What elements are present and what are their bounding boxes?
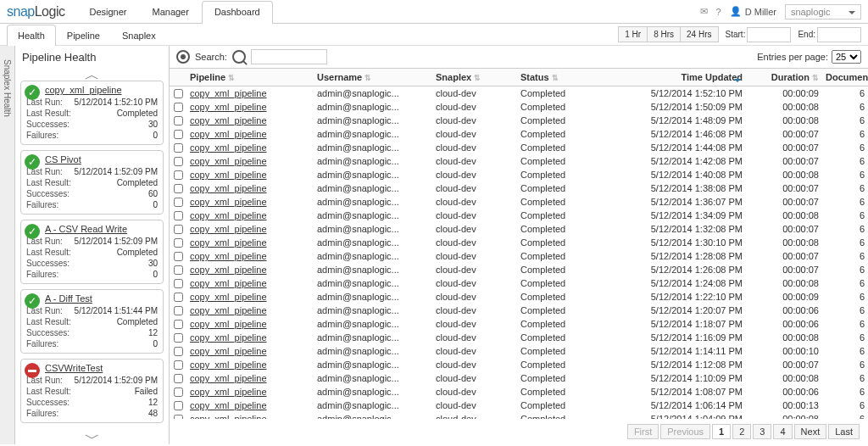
- pager-3[interactable]: 3: [753, 424, 771, 439]
- subtab-pipeline[interactable]: Pipeline: [56, 25, 111, 46]
- row-checkbox[interactable]: [174, 347, 183, 356]
- row-checkbox[interactable]: [174, 320, 183, 329]
- health-card[interactable]: CS PivotLast Run:5/12/2014 1:52:09 PMLas…: [20, 150, 164, 215]
- pager-first[interactable]: First: [627, 424, 659, 439]
- row-checkbox[interactable]: [174, 225, 183, 234]
- card-title[interactable]: A - Diff Test: [45, 293, 158, 304]
- row-checkbox[interactable]: [174, 103, 183, 112]
- pager-2[interactable]: 2: [732, 424, 751, 439]
- col-username[interactable]: Username: [314, 72, 432, 82]
- start-input[interactable]: [747, 27, 791, 42]
- row-checkbox[interactable]: [174, 130, 183, 139]
- row-checkbox[interactable]: [174, 265, 183, 275]
- cell-pipeline[interactable]: copy_xml_pipeline: [186, 224, 314, 234]
- pager-prev[interactable]: Previous: [660, 424, 710, 439]
- cell-pipeline[interactable]: copy_xml_pipeline: [186, 210, 314, 220]
- cell-pipeline[interactable]: copy_xml_pipeline: [186, 305, 314, 315]
- col-pipeline[interactable]: Pipeline: [186, 72, 314, 82]
- cell-pipeline[interactable]: copy_xml_pipeline: [186, 102, 314, 112]
- range-24hrs[interactable]: 24 Hrs: [680, 26, 718, 42]
- col-time-updated[interactable]: Time Updated: [610, 72, 746, 82]
- cell-pipeline[interactable]: copy_xml_pipeline: [186, 360, 314, 370]
- epp-select[interactable]: 25: [832, 50, 861, 64]
- row-checkbox[interactable]: [174, 374, 183, 383]
- snaplex-health-sidetab[interactable]: Snaplex Health: [0, 46, 15, 444]
- cell-pipeline[interactable]: copy_xml_pipeline: [186, 278, 314, 288]
- card-title[interactable]: copy_xml_pipeline: [45, 85, 158, 95]
- scroll-down-icon[interactable]: ﹀: [15, 432, 169, 444]
- row-checkbox[interactable]: [174, 387, 183, 397]
- tab-dashboard[interactable]: Dashboard: [202, 1, 273, 24]
- health-card[interactable]: A - CSV Read WriteLast Run:5/12/2014 1:5…: [20, 220, 164, 284]
- row-checkbox[interactable]: [174, 211, 183, 220]
- cell-pipeline[interactable]: copy_xml_pipeline: [186, 387, 314, 397]
- pager-next[interactable]: Next: [794, 424, 827, 439]
- card-title[interactable]: A - CSV Read Write: [45, 224, 158, 234]
- cell-pipeline[interactable]: copy_xml_pipeline: [186, 373, 314, 383]
- health-card[interactable]: CSVWriteTestLast Run:5/12/2014 1:52:09 P…: [20, 359, 164, 423]
- pager-last[interactable]: Last: [828, 424, 860, 439]
- row-checkbox[interactable]: [174, 306, 183, 315]
- cell-pipeline[interactable]: copy_xml_pipeline: [186, 115, 314, 125]
- tab-designer[interactable]: Designer: [76, 1, 139, 24]
- cell-pipeline[interactable]: copy_xml_pipeline: [186, 88, 314, 98]
- card-successes-value: 30: [148, 119, 158, 130]
- col-documents[interactable]: Documents: [822, 72, 868, 82]
- col-duration[interactable]: Duration: [746, 72, 822, 82]
- row-checkbox[interactable]: [174, 238, 183, 248]
- row-checkbox[interactable]: [174, 157, 183, 166]
- cell-pipeline[interactable]: copy_xml_pipeline: [186, 156, 314, 166]
- cell-pipeline[interactable]: copy_xml_pipeline: [186, 237, 314, 248]
- col-snaplex[interactable]: Snaplex: [432, 72, 517, 82]
- cell-time-updated: 5/12/2014 1:06:14 PM: [610, 400, 746, 410]
- pager-4[interactable]: 4: [773, 424, 792, 439]
- range-8hrs[interactable]: 8 Hrs: [647, 26, 681, 42]
- row-checkbox[interactable]: [174, 170, 183, 180]
- row-checkbox[interactable]: [174, 279, 183, 288]
- row-checkbox[interactable]: [174, 360, 183, 370]
- cell-pipeline[interactable]: copy_xml_pipeline: [186, 346, 314, 356]
- end-input[interactable]: [817, 27, 861, 42]
- cell-pipeline[interactable]: copy_xml_pipeline: [186, 292, 314, 302]
- cell-snaplex: cloud-dev: [432, 197, 517, 207]
- card-title[interactable]: CSVWriteTest: [45, 363, 158, 373]
- search-input[interactable]: [251, 49, 327, 64]
- row-checkbox[interactable]: [174, 401, 183, 410]
- cell-pipeline[interactable]: copy_xml_pipeline: [186, 183, 314, 193]
- cell-pipeline[interactable]: copy_xml_pipeline: [186, 129, 314, 139]
- table-row: copy_xml_pipelineadmin@snaplogic...cloud…: [170, 331, 868, 344]
- cell-pipeline[interactable]: copy_xml_pipeline: [186, 142, 314, 153]
- row-checkbox[interactable]: [174, 143, 183, 153]
- subtab-snaplex[interactable]: Snaplex: [111, 25, 167, 46]
- cell-pipeline[interactable]: copy_xml_pipeline: [186, 170, 314, 180]
- cell-username: admin@snaplogic...: [314, 319, 432, 329]
- row-checkbox[interactable]: [174, 293, 183, 302]
- row-checkbox[interactable]: [174, 198, 183, 207]
- health-card[interactable]: A - Diff TestLast Run:5/12/2014 1:51:44 …: [20, 289, 164, 354]
- cell-pipeline[interactable]: copy_xml_pipeline: [186, 251, 314, 261]
- row-checkbox[interactable]: [174, 116, 183, 125]
- cell-pipeline[interactable]: copy_xml_pipeline: [186, 319, 314, 329]
- card-title[interactable]: CS Pivot: [45, 154, 158, 164]
- row-checkbox[interactable]: [174, 252, 183, 261]
- target-icon[interactable]: [176, 50, 190, 64]
- tab-manager[interactable]: Manager: [139, 1, 201, 24]
- mail-icon[interactable]: ✉: [700, 6, 708, 17]
- cell-pipeline[interactable]: copy_xml_pipeline: [186, 400, 314, 410]
- subtab-health[interactable]: Health: [7, 25, 56, 46]
- range-1hr[interactable]: 1 Hr: [618, 26, 648, 42]
- cell-pipeline[interactable]: copy_xml_pipeline: [186, 197, 314, 207]
- cell-pipeline[interactable]: copy_xml_pipeline: [186, 332, 314, 343]
- org-dropdown[interactable]: snaplogic: [785, 4, 861, 20]
- help-icon[interactable]: ?: [716, 7, 721, 17]
- table-row: copy_xml_pipelineadmin@snaplogic...cloud…: [170, 263, 868, 276]
- health-card[interactable]: copy_xml_pipelineLast Run:5/12/2014 1:52…: [20, 81, 164, 145]
- cell-pipeline[interactable]: copy_xml_pipeline: [186, 265, 314, 275]
- row-checkbox[interactable]: [174, 184, 183, 193]
- col-status[interactable]: Status: [517, 72, 610, 82]
- scroll-up-icon[interactable]: ︿: [15, 69, 169, 81]
- user-chip[interactable]: 👤 D Miller: [730, 6, 776, 17]
- row-checkbox[interactable]: [174, 89, 183, 98]
- pager-1[interactable]: 1: [712, 424, 731, 439]
- row-checkbox[interactable]: [174, 333, 183, 343]
